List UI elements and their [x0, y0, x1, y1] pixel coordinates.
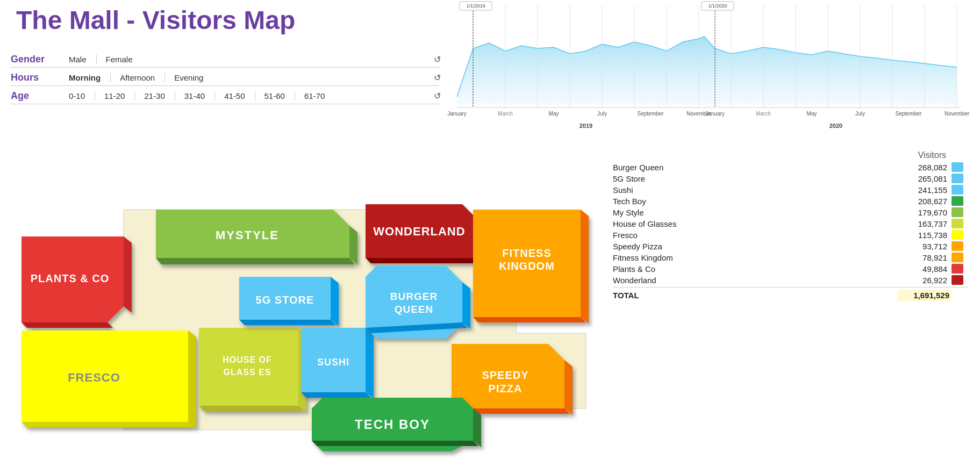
svg-text:SUSHI: SUSHI — [317, 357, 349, 368]
legend-store-value: 208,627 — [898, 197, 952, 206]
age-option-31-40[interactable]: 31-40 — [175, 90, 214, 102]
legend-row: Plants & Co 49,884 — [613, 264, 968, 274]
svg-text:September: September — [638, 111, 664, 117]
store-5g[interactable]: 5G STORE — [239, 277, 339, 326]
svg-text:January: January — [705, 111, 725, 117]
legend-color-box — [952, 174, 963, 183]
mall-map: PLANTS & CO FRESCO MYSTYLE HOUSE OF GLAS… — [0, 150, 607, 462]
svg-marker-44 — [22, 422, 194, 427]
svg-text:SPEEDY: SPEEDY — [482, 369, 528, 381]
store-fitness-kingdom[interactable]: FITNESS KINGDOM — [473, 210, 589, 324]
hours-option-evening[interactable]: Evening — [164, 72, 213, 83]
hours-filter-label: Hours — [11, 72, 59, 83]
hours-option-afternoon[interactable]: Afternoon — [110, 72, 164, 83]
legend-store-name: Fitness Kingdom — [613, 253, 898, 262]
legend-color-box — [952, 219, 963, 228]
legend-color-indicator — [952, 219, 968, 228]
svg-marker-41 — [124, 236, 132, 313]
legend-store-name: House of Glasses — [613, 219, 898, 228]
svg-text:1/1/2020: 1/1/2020 — [708, 3, 727, 9]
svg-marker-45 — [188, 331, 196, 428]
age-option-41-50[interactable]: 41-50 — [214, 90, 254, 102]
svg-marker-49 — [349, 226, 357, 264]
legend-row: House of Glasses 163,737 — [613, 219, 968, 228]
legend-panel: Visitors Burger Queen 268,082 5G Store 2… — [613, 150, 968, 303]
legend-total-row: TOTAL 1,691,529 — [613, 287, 968, 301]
svg-marker-70 — [462, 282, 470, 329]
legend-row: Wonderland 26,922 — [613, 275, 968, 285]
svg-text:KINGDOM: KINGDOM — [499, 260, 555, 272]
svg-marker-61 — [301, 392, 371, 398]
legend-color-indicator — [952, 275, 968, 285]
svg-marker-48 — [156, 258, 355, 264]
gender-option-female[interactable]: Female — [96, 54, 142, 65]
legend-store-value: 49,884 — [898, 264, 952, 274]
gender-reset-button[interactable]: ↺ — [434, 54, 441, 64]
hours-filter-row: Hours Morning Afternoon Evening ↺ — [11, 72, 441, 86]
svg-marker-57 — [239, 320, 336, 325]
store-wonderland[interactable]: WONDERLAND — [366, 204, 481, 264]
legend-title: Visitors — [613, 150, 968, 160]
store-mystyle[interactable]: MYSTYLE — [156, 210, 357, 264]
svg-text:BURGER: BURGER — [390, 291, 438, 302]
svg-text:July: July — [855, 111, 865, 117]
legend-color-box — [952, 207, 963, 217]
hours-reset-button[interactable]: ↺ — [434, 73, 441, 83]
store-speedy-pizza[interactable]: SPEEDY PIZZA — [452, 344, 573, 415]
svg-text:January: January — [447, 111, 467, 117]
legend-color-indicator — [952, 196, 968, 206]
svg-text:5G STORE: 5G STORE — [256, 294, 314, 306]
svg-text:May: May — [549, 111, 559, 117]
legend-store-value: 163,737 — [898, 219, 952, 228]
svg-text:May: May — [807, 111, 817, 117]
store-burger-queen[interactable]: BURGER QUEEN — [366, 266, 470, 339]
timeseries-chart: 1/1/2019 1/1/2020 January March May July… — [441, 0, 973, 140]
legend-row: Fitness Kingdom 78,921 — [613, 253, 968, 262]
svg-text:2020: 2020 — [829, 123, 842, 129]
svg-text:March: March — [756, 111, 771, 117]
filters-panel: Gender Male Female ↺ Hours Morning After… — [11, 54, 441, 109]
age-option-11-20[interactable]: 11-20 — [95, 90, 134, 102]
legend-row: Sushi 241,155 — [613, 185, 968, 195]
legend-rows: Burger Queen 268,082 5G Store 265,081 Su… — [613, 162, 968, 301]
store-fresco[interactable]: FRESCO — [22, 331, 196, 428]
legend-color-box — [952, 196, 963, 206]
svg-text:FRESCO: FRESCO — [68, 371, 120, 384]
legend-store-name: Wonderland — [613, 276, 898, 285]
age-option-0-10[interactable]: 0-10 — [59, 90, 95, 102]
legend-store-value: 241,155 — [898, 185, 952, 195]
svg-text:GLASS ES: GLASS ES — [224, 368, 271, 377]
legend-color-indicator — [952, 162, 968, 172]
legend-color-indicator — [952, 185, 968, 195]
legend-store-value: 268,082 — [898, 163, 952, 172]
svg-marker-84 — [312, 441, 478, 446]
store-tech-boy[interactable]: TECH BOY — [312, 398, 481, 451]
svg-text:FITNESS: FITNESS — [502, 247, 551, 259]
age-option-61-70[interactable]: 61-70 — [295, 90, 334, 102]
legend-store-name: Sushi — [613, 185, 898, 195]
legend-color-indicator — [952, 264, 968, 274]
gender-option-male[interactable]: Male — [59, 54, 96, 65]
legend-store-name: Burger Queen — [613, 163, 898, 172]
svg-text:MYSTYLE: MYSTYLE — [216, 228, 279, 242]
legend-total-value: 1,691,529 — [898, 290, 952, 301]
svg-text:TECH BOY: TECH BOY — [355, 417, 430, 432]
legend-color-indicator — [952, 207, 968, 217]
legend-color-box — [952, 241, 963, 251]
svg-marker-62 — [366, 328, 374, 399]
age-reset-button[interactable]: ↺ — [434, 91, 441, 101]
age-option-51-60[interactable]: 51-60 — [255, 90, 295, 102]
store-sushi[interactable]: SUSHI — [301, 328, 374, 399]
legend-color-box — [952, 264, 963, 274]
legend-row: 5G Store 265,081 — [613, 174, 968, 183]
legend-store-value: 179,670 — [898, 208, 952, 217]
store-house-of-glasses[interactable]: HOUSE OF GLASS ES — [199, 328, 306, 412]
svg-rect-51 — [199, 328, 298, 406]
store-plants-co[interactable]: PLANTS & CO — [22, 236, 132, 328]
svg-marker-40 — [22, 322, 113, 328]
legend-row: My Style 179,670 — [613, 207, 968, 217]
legend-store-name: Plants & Co — [613, 264, 898, 274]
hours-option-morning[interactable]: Morning — [59, 72, 110, 83]
svg-marker-75 — [581, 210, 589, 324]
age-option-21-30[interactable]: 21-30 — [134, 90, 174, 102]
